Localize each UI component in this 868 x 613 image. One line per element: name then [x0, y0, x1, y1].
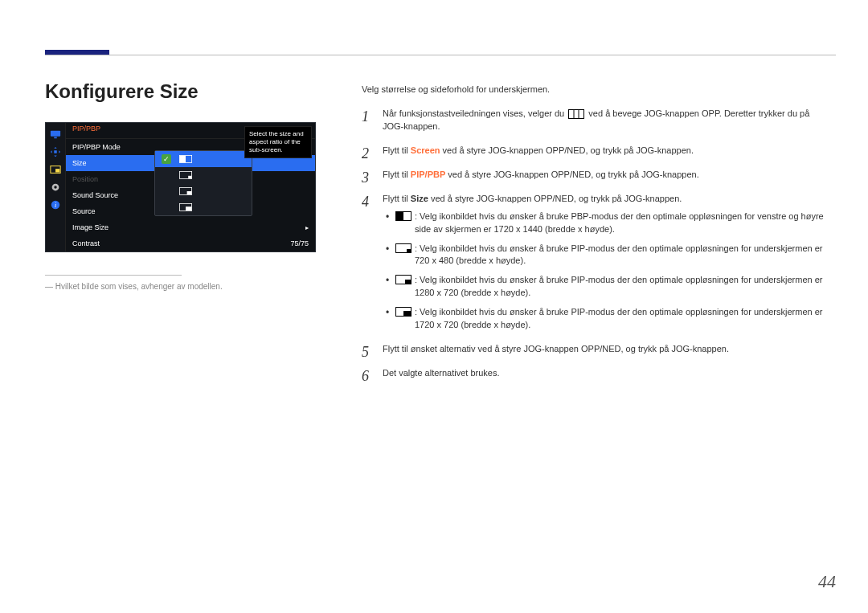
pip-small-icon: [179, 171, 192, 179]
svg-rect-25: [405, 280, 411, 284]
pip-icon: [49, 163, 62, 176]
page-number: 44: [818, 571, 836, 592]
osd-row-imagesize: Image Size▸: [66, 219, 315, 235]
intro-text: Velg størrelse og sideforhold for unders…: [362, 84, 828, 96]
pip-medium-icon: [395, 275, 411, 284]
pbp-split-icon: [395, 211, 411, 221]
move-icon: [49, 145, 62, 158]
osd-screenshot: i PIP/PBP PIP/PBP Mode Size Position Sou…: [45, 122, 316, 252]
monitor-icon: [49, 128, 62, 141]
svg-rect-2: [54, 150, 57, 153]
step-3: Flytt til PIP/PBP ved å styre JOG-knappe…: [362, 169, 828, 182]
page-title: Konfigurere Size: [45, 80, 342, 103]
step-4: Flytt til Size ved å styre JOG-knappen O…: [362, 193, 828, 332]
svg-rect-21: [396, 211, 404, 220]
step-2: Flytt til Screen ved å styre JOG-knappen…: [362, 145, 828, 157]
step-5: Flytt til ønsket alternativ ved å styre …: [362, 343, 828, 356]
osd-size-popup: ✓: [154, 150, 252, 216]
footnote: Hvilket bilde som vises, avhenger av mod…: [45, 282, 342, 291]
step-1: Når funksjonstastveiledningen vises, vel…: [362, 108, 828, 133]
pip-large-icon: [395, 307, 411, 317]
svg-rect-4: [55, 169, 59, 172]
svg-rect-10: [179, 156, 186, 163]
svg-rect-16: [186, 206, 191, 210]
svg-rect-27: [403, 311, 411, 316]
steps-list: Når funksjonstastveiledningen vises, vel…: [362, 108, 828, 380]
osd-row-contrast: Contrast75/75: [66, 235, 315, 251]
header-rule: [45, 55, 836, 55]
osd-popup-option-3: [155, 183, 252, 199]
bullet-4: : Velg ikonbildet hvis du ønsker å bruke…: [383, 306, 828, 332]
svg-text:i: i: [55, 202, 56, 209]
pip-small-icon: [395, 243, 411, 253]
step-6: Det valgte alternativet brukes.: [362, 367, 828, 380]
right-column: Velg størrelse og sideforhold for unders…: [362, 84, 828, 391]
header-accent: [45, 50, 109, 55]
bullet-3: : Velg ikonbildet hvis du ønsker å bruke…: [383, 274, 828, 300]
svg-rect-12: [188, 176, 191, 178]
svg-rect-14: [187, 191, 192, 194]
osd-sidebar: i: [46, 123, 66, 251]
svg-point-6: [54, 186, 57, 189]
svg-rect-0: [51, 131, 60, 137]
info-icon: i: [49, 198, 62, 211]
osd-popup-option-4: [155, 199, 252, 215]
chevron-right-icon: ▸: [305, 224, 309, 231]
pip-large-icon: [179, 203, 192, 211]
pip-medium-icon: [179, 187, 192, 195]
menu-grid-icon: [568, 109, 584, 119]
left-column: Konfigurere Size i PIP/PBP PIP/PBP Mode …: [45, 80, 342, 291]
osd-tooltip: Select the size and aspect ratio of the …: [244, 126, 312, 158]
svg-rect-23: [407, 249, 411, 252]
svg-rect-17: [569, 110, 584, 119]
check-icon: ✓: [162, 154, 171, 164]
osd-popup-option-2: [155, 167, 252, 183]
footnote-rule: [45, 275, 182, 276]
osd-popup-option-1: ✓: [155, 151, 252, 167]
bullet-2: : Velg ikonbildet hvis du ønsker å bruke…: [383, 243, 828, 268]
gear-icon: [49, 181, 62, 194]
size-options: : Velg ikonbildet hvis du ønsker å bruke…: [383, 210, 828, 333]
svg-rect-1: [54, 137, 57, 139]
pbp-split-icon: [179, 155, 192, 163]
bullet-1: : Velg ikonbildet hvis du ønsker å bruke…: [383, 210, 828, 236]
